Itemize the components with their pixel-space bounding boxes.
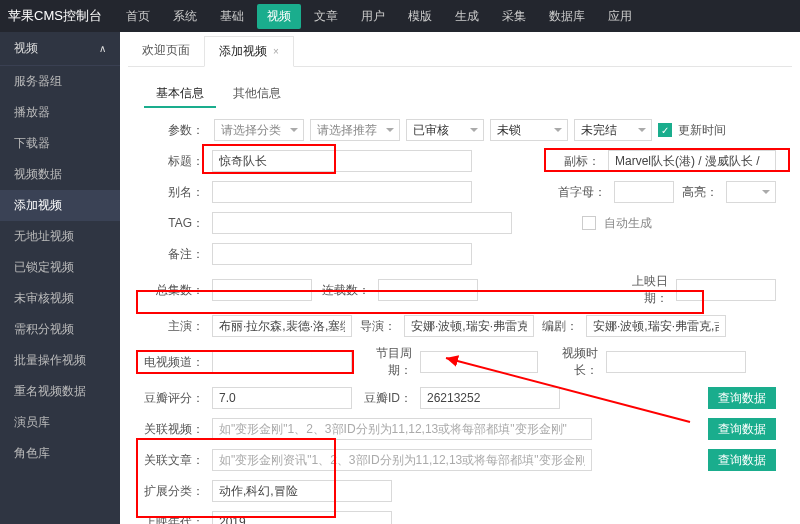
param-label: 参数： xyxy=(144,122,208,139)
rel-article-input[interactable] xyxy=(212,449,592,471)
release-input[interactable] xyxy=(676,279,776,301)
topnav-item[interactable]: 系统 xyxy=(163,4,207,29)
content-tabs: 欢迎页面添加视频× xyxy=(128,36,792,67)
alias-label: 别名： xyxy=(144,184,208,201)
year-label: 上映年代： xyxy=(144,514,208,525)
sidebar-item[interactable]: 服务器组 xyxy=(0,66,120,97)
initial-label: 首字母： xyxy=(558,184,610,201)
title-input[interactable] xyxy=(212,150,472,172)
rel-article-label: 关联文章： xyxy=(144,452,208,469)
topnav-item[interactable]: 视频 xyxy=(257,4,301,29)
sidebar-item[interactable]: 视频数据 xyxy=(0,159,120,190)
topnav-item[interactable]: 文章 xyxy=(304,4,348,29)
writer-input[interactable] xyxy=(586,315,726,337)
ext-category-input[interactable] xyxy=(212,480,392,502)
duration-label: 视频时长： xyxy=(542,345,602,379)
tab[interactable]: 添加视频× xyxy=(204,36,294,67)
query-data-button-3[interactable]: 查询数据 xyxy=(708,449,776,471)
select-category[interactable]: 请选择分类 xyxy=(214,119,304,141)
sidebar-item[interactable]: 已锁定视频 xyxy=(0,252,120,283)
weekly-label: 节目周期： xyxy=(356,345,416,379)
checkbox-update-time-label: 更新时间 xyxy=(678,122,726,139)
topnav-item[interactable]: 数据库 xyxy=(539,4,595,29)
sidebar-item[interactable]: 需积分视频 xyxy=(0,314,120,345)
director-input[interactable] xyxy=(404,315,534,337)
serial-input[interactable] xyxy=(378,279,478,301)
total-label: 总集数： xyxy=(144,282,208,299)
checkbox-update-time[interactable]: ✓ xyxy=(658,123,672,137)
query-data-button[interactable]: 查询数据 xyxy=(708,387,776,409)
tag-label: TAG： xyxy=(144,215,208,232)
sub-tabs: 基本信息其他信息 xyxy=(144,81,792,108)
chevron-down-icon xyxy=(470,128,478,132)
director-label: 导演： xyxy=(356,318,400,335)
sidebar-item[interactable]: 未审核视频 xyxy=(0,283,120,314)
subtitle-input[interactable] xyxy=(608,150,776,172)
writer-label: 编剧： xyxy=(538,318,582,335)
query-data-button-2[interactable]: 查询数据 xyxy=(708,418,776,440)
actor-label: 主演： xyxy=(144,318,208,335)
topnav-item[interactable]: 模版 xyxy=(398,4,442,29)
total-input[interactable] xyxy=(212,279,312,301)
chevron-down-icon xyxy=(554,128,562,132)
douban-score-input[interactable] xyxy=(212,387,352,409)
tv-channel-label: 电视频道： xyxy=(144,354,208,371)
douban-score-label: 豆瓣评分： xyxy=(144,390,208,407)
close-icon[interactable]: × xyxy=(273,46,279,57)
select-recommend[interactable]: 请选择推荐 xyxy=(310,119,400,141)
top-nav: 首页系统基础视频文章用户模版生成采集数据库应用 xyxy=(116,4,642,29)
chevron-down-icon xyxy=(386,128,394,132)
sidebar-item[interactable]: 无地址视频 xyxy=(0,221,120,252)
actor-input[interactable] xyxy=(212,315,352,337)
chevron-down-icon xyxy=(290,128,298,132)
sidebar-group-label: 视频 xyxy=(14,40,38,57)
sidebar-item[interactable]: 播放器 xyxy=(0,97,120,128)
sidebar-item[interactable]: 下载器 xyxy=(0,128,120,159)
sidebar-item[interactable]: 添加视频 xyxy=(0,190,120,221)
select-finish[interactable]: 未完结 xyxy=(574,119,652,141)
brand-title: 苹果CMS控制台 xyxy=(8,7,102,25)
sidebar-item[interactable]: 批量操作视频 xyxy=(0,345,120,376)
tag-input[interactable] xyxy=(212,212,512,234)
chevron-down-icon xyxy=(762,190,770,194)
topnav-item[interactable]: 采集 xyxy=(492,4,536,29)
checkbox-autogen-label: 自动生成 xyxy=(604,215,652,232)
chevron-down-icon xyxy=(638,128,646,132)
duration-input[interactable] xyxy=(606,351,746,373)
sidebar-item[interactable]: 演员库 xyxy=(0,407,120,438)
highlight-select[interactable] xyxy=(726,181,776,203)
year-input[interactable] xyxy=(212,511,392,524)
tab[interactable]: 欢迎页面 xyxy=(128,36,204,66)
topnav-item[interactable]: 生成 xyxy=(445,4,489,29)
douban-id-label: 豆瓣ID： xyxy=(356,390,416,407)
sidebar: 视频 ∧ 服务器组播放器下载器视频数据添加视频无地址视频已锁定视频未审核视频需积… xyxy=(0,32,120,524)
sidebar-item[interactable]: 重名视频数据 xyxy=(0,376,120,407)
topnav-item[interactable]: 基础 xyxy=(210,4,254,29)
topnav-item[interactable]: 首页 xyxy=(116,4,160,29)
subtab[interactable]: 其他信息 xyxy=(221,81,293,108)
title-label: 标题： xyxy=(144,153,208,170)
sidebar-item[interactable]: 角色库 xyxy=(0,438,120,469)
highlight-label: 高亮： xyxy=(678,184,722,201)
sidebar-group[interactable]: 视频 ∧ xyxy=(0,32,120,66)
select-lock[interactable]: 未锁 xyxy=(490,119,568,141)
checkbox-autogen[interactable] xyxy=(582,216,596,230)
topnav-item[interactable]: 用户 xyxy=(351,4,395,29)
serial-label: 连载数： xyxy=(316,282,374,299)
rel-video-label: 关联视频： xyxy=(144,421,208,438)
chevron-up-icon: ∧ xyxy=(99,43,106,54)
subtab[interactable]: 基本信息 xyxy=(144,81,216,108)
rel-video-input[interactable] xyxy=(212,418,592,440)
select-audit[interactable]: 已审核 xyxy=(406,119,484,141)
remark-input[interactable] xyxy=(212,243,472,265)
douban-id-input[interactable] xyxy=(420,387,560,409)
ext-category-label: 扩展分类： xyxy=(144,483,208,500)
weekly-input[interactable] xyxy=(420,351,538,373)
initial-input[interactable] xyxy=(614,181,674,203)
release-label: 上映日期： xyxy=(612,273,672,307)
topnav-item[interactable]: 应用 xyxy=(598,4,642,29)
subtitle-label: 副标： xyxy=(552,153,604,170)
remark-label: 备注： xyxy=(144,246,208,263)
alias-input[interactable] xyxy=(212,181,472,203)
tv-channel-input[interactable] xyxy=(212,351,352,373)
